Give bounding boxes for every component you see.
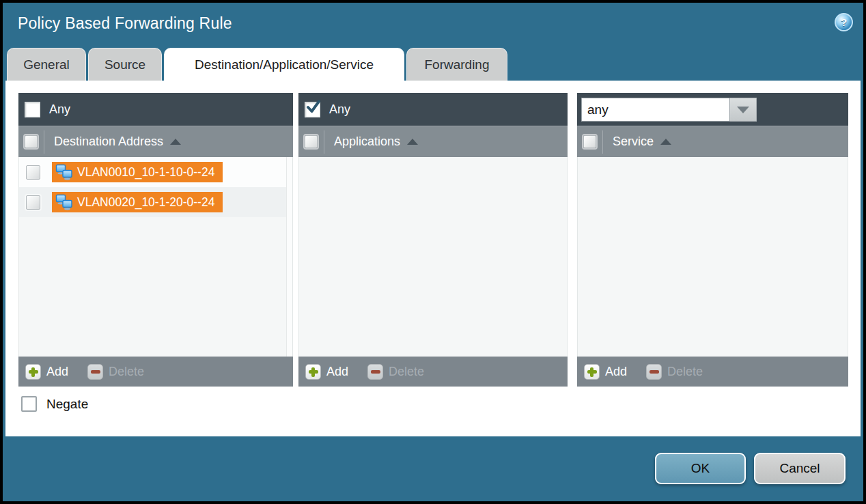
help-icon[interactable]: ? — [835, 13, 853, 31]
delete-icon[interactable] — [87, 364, 103, 380]
applications-any-label: Any — [329, 102, 350, 117]
service-dropdown-input[interactable] — [581, 98, 730, 122]
service-list — [577, 157, 848, 356]
network-computers-icon — [55, 164, 73, 180]
applications-any-checkbox[interactable] — [305, 102, 320, 117]
scrollbar-track[interactable] — [286, 157, 292, 356]
tab-general[interactable]: General — [7, 48, 86, 81]
checkbox-box[interactable] — [21, 396, 37, 412]
destination-any-label: Any — [49, 102, 70, 117]
tab-bar: General Source Destination/Application/S… — [5, 48, 507, 81]
negate-label: Negate — [46, 397, 88, 412]
destination-address-header[interactable]: Destination Address — [18, 126, 293, 157]
add-button[interactable]: Add — [605, 365, 627, 379]
address-chip[interactable]: VLAN0020_10-1-20-0--24 — [52, 192, 223, 212]
delete-icon[interactable] — [367, 364, 383, 380]
sort-ascending-icon — [407, 139, 418, 145]
delete-icon[interactable] — [646, 364, 662, 380]
destination-any-checkbox[interactable] — [25, 102, 40, 117]
add-button[interactable]: Add — [46, 365, 68, 379]
service-dropdown — [581, 98, 757, 122]
add-button[interactable]: Add — [326, 365, 348, 379]
chevron-down-icon — [737, 107, 749, 113]
applications-footer: Add Delete — [298, 356, 568, 387]
destination-any-bar: Any — [18, 93, 293, 126]
row-checkbox[interactable] — [26, 195, 40, 210]
table-row[interactable]: VLAN0020_10-1-20-0--24 — [19, 187, 286, 217]
address-name: VLAN0010_10-1-10-0--24 — [77, 165, 214, 180]
destination-footer: Add Delete — [18, 356, 293, 387]
tab-destination-application-service[interactable]: Destination/Application/Service — [164, 48, 404, 81]
add-icon[interactable] — [25, 364, 41, 380]
add-icon[interactable] — [305, 364, 321, 380]
applications-column: Any Applications Add Delete — [298, 93, 568, 387]
applications-list — [298, 157, 568, 356]
address-name: VLAN0020_10-1-20-0--24 — [77, 195, 214, 210]
checkmark-icon — [306, 100, 321, 115]
policy-forwarding-dialog: Policy Based Forwarding Rule ? General S… — [3, 3, 863, 501]
dialog-button-row: OK Cancel — [3, 453, 863, 487]
sort-ascending-icon — [170, 139, 181, 145]
tab-source[interactable]: Source — [88, 48, 162, 81]
delete-button[interactable]: Delete — [667, 365, 703, 379]
applications-header[interactable]: Applications — [298, 126, 568, 157]
dropdown-button[interactable] — [730, 98, 757, 122]
tab-forwarding[interactable]: Forwarding — [406, 48, 507, 81]
applications-select-all-checkbox[interactable] — [305, 135, 318, 148]
destination-address-header-label: Destination Address — [54, 135, 163, 149]
sort-ascending-icon — [660, 139, 671, 145]
tab-content-panel: Any Destination Address — [5, 81, 861, 436]
negate-checkbox[interactable]: Negate — [21, 396, 88, 412]
applications-any-bar: Any — [298, 93, 568, 126]
delete-button[interactable]: Delete — [389, 365, 424, 379]
service-select-all-checkbox[interactable] — [583, 135, 596, 148]
service-header-label: Service — [613, 135, 654, 149]
cancel-button[interactable]: Cancel — [754, 453, 846, 484]
service-footer: Add Delete — [577, 356, 848, 387]
destination-address-column: Any Destination Address — [18, 93, 293, 387]
destination-select-all-checkbox[interactable] — [25, 135, 38, 148]
table-row[interactable]: VLAN0010_10-1-10-0--24 — [19, 157, 286, 187]
service-header[interactable]: Service — [577, 126, 848, 157]
dialog-title: Policy Based Forwarding Rule — [18, 14, 232, 33]
applications-header-label: Applications — [334, 135, 400, 149]
destination-address-list: VLAN0010_10-1-10-0--24 VLAN0020_10-1-20-… — [18, 157, 293, 356]
service-dropdown-bar — [577, 93, 848, 126]
delete-button[interactable]: Delete — [109, 365, 144, 379]
service-column: Service Add Delete — [577, 93, 848, 387]
row-checkbox[interactable] — [26, 165, 40, 180]
network-computers-icon — [55, 194, 73, 210]
address-chip[interactable]: VLAN0010_10-1-10-0--24 — [52, 162, 223, 182]
add-icon[interactable] — [584, 364, 600, 380]
ok-button[interactable]: OK — [655, 453, 746, 484]
